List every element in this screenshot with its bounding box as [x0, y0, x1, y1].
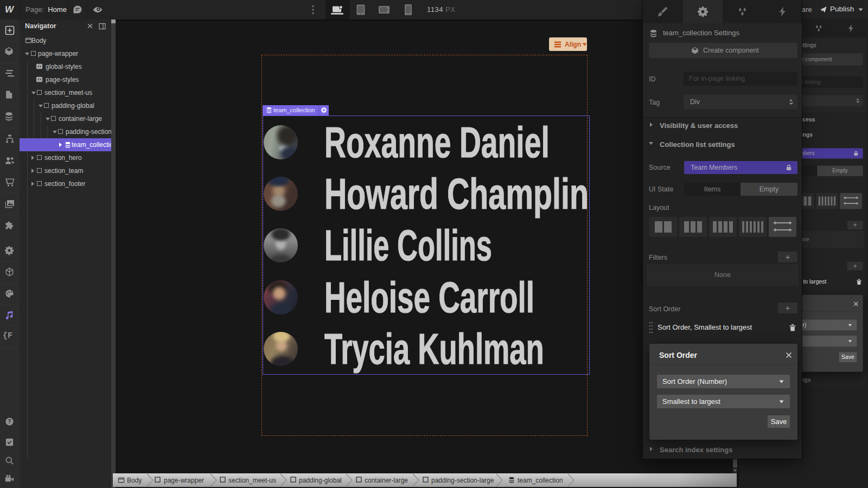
svg-text:?: ? [8, 419, 11, 425]
